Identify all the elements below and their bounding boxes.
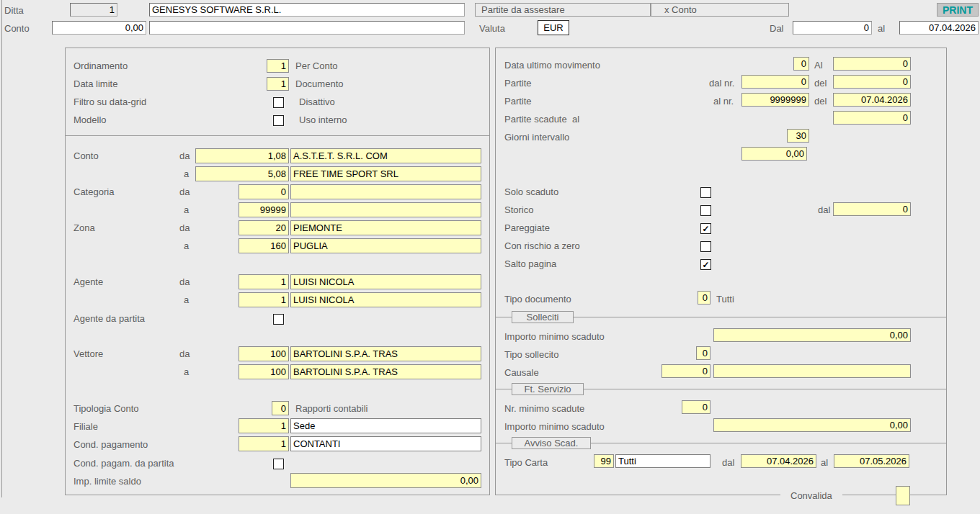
ft-importo-minimo-field[interactable]: 0,00 — [713, 418, 911, 432]
tipo-sollecito-field[interactable]: 0 — [696, 346, 710, 360]
dal-field[interactable]: 0 — [793, 21, 872, 35]
tipologia-conto-field[interactable]: 0 — [272, 401, 289, 415]
modello-label: Modello — [74, 114, 107, 125]
zona-range-label: Zona — [74, 222, 95, 233]
left-panel-divider — [65, 135, 490, 136]
conto-a-label: a — [184, 168, 189, 179]
tipo-carta-field[interactable]: 99 — [594, 454, 614, 468]
data-limite-label: Data limite — [74, 78, 117, 89]
vettore-da-name-field[interactable]: BARTOLINI S.P.A. TRAS — [290, 346, 481, 361]
zona-a-name-field[interactable]: PUGLIA — [290, 238, 481, 253]
ordinamento-field[interactable]: 1 — [267, 59, 289, 73]
zona-da-field[interactable]: 20 — [239, 220, 289, 235]
con-rischio-a-zero-label: Con rischio a zero — [504, 240, 580, 251]
conto-a-field[interactable]: 5,08 — [195, 166, 289, 181]
agente-a-label: a — [184, 294, 189, 305]
al-date-field[interactable]: 07.04.2026 — [899, 21, 979, 35]
categoria-da-name-field[interactable] — [290, 184, 481, 199]
ditta-name-field[interactable]: GENESYS SOFTWARE S.R.L. — [149, 3, 465, 17]
salto-pagina-checkbox[interactable]: ✓ — [700, 259, 711, 270]
valuta-label: Valuta — [479, 23, 505, 34]
solo-scaduto-checkbox[interactable] — [700, 187, 711, 198]
data-limite-desc: Documento — [295, 78, 343, 89]
data-ultimo-movimento-label: Data ultimo movimento — [504, 60, 600, 71]
vettore-a-label: a — [184, 366, 189, 377]
agente-da-field[interactable]: 1 — [239, 274, 289, 289]
tipo-documento-label: Tipo documento — [504, 294, 571, 305]
giorni-intervallo-field[interactable]: 30 — [787, 129, 809, 143]
conto-a-name-field[interactable]: FREE TIME SPORT SRL — [290, 166, 481, 181]
vettore-da-field[interactable]: 100 — [239, 346, 289, 361]
agente-a-field[interactable]: 1 — [239, 292, 289, 307]
partite-al-del-field[interactable]: 07.04.2026 — [833, 93, 911, 107]
ft-servizio-legend: Ft. Servizio — [512, 383, 584, 395]
cond-pagamento-field[interactable]: 1 — [239, 436, 289, 451]
causale-code-field[interactable]: 0 — [662, 364, 710, 378]
imp-limite-saldo-field[interactable]: 0,00 — [290, 473, 481, 488]
conto-code-field[interactable]: 0,00 — [52, 21, 146, 35]
cond-pagamento-name-field[interactable]: CONTANTI — [290, 436, 481, 451]
partite-al-nr-field[interactable]: 9999999 — [741, 93, 809, 107]
data-ultimo-movimento-al-field[interactable]: 0 — [833, 57, 911, 71]
agente-da-partita-label: Agente da partita — [74, 313, 145, 324]
conto-da-name-field[interactable]: A.S.T.E.T. S.R.L. COM — [290, 148, 481, 163]
storico-dal-field[interactable]: 0 — [833, 202, 911, 216]
causale-name-field[interactable] — [713, 364, 911, 378]
giorni-intervallo-label: Giorni intervallo — [504, 132, 569, 143]
agente-da-partita-checkbox[interactable] — [273, 314, 284, 325]
con-rischio-a-zero-checkbox[interactable] — [700, 241, 711, 252]
convalida-label: Convalida — [780, 486, 842, 505]
filtro-data-grid-label: Filtro su data-grid — [74, 96, 146, 107]
tipo-carta-name-field[interactable]: Tutti — [615, 454, 710, 468]
partite-scadute-field[interactable]: 0 — [833, 111, 911, 125]
tipologia-conto-desc: Rapporti contabili — [295, 403, 368, 414]
modello-checkbox[interactable] — [273, 115, 284, 126]
conto-da-field[interactable]: 1,08 — [195, 148, 289, 163]
salto-pagina-label: Salto pagina — [504, 258, 556, 269]
avviso-dal-label: dal — [722, 457, 734, 468]
zona-a-field[interactable]: 160 — [239, 238, 289, 253]
ordinamento-desc: Per Conto — [295, 60, 338, 71]
categoria-a-name-field[interactable] — [290, 202, 481, 217]
cond-pagam-da-partita-checkbox[interactable] — [273, 459, 284, 469]
agente-a-name-field[interactable]: LUISI NICOLA — [290, 292, 481, 307]
solleciti-importo-minimo-field[interactable]: 0,00 — [713, 328, 911, 342]
agente-da-name-field[interactable]: LUISI NICOLA — [290, 274, 481, 289]
conto-label: Conto — [4, 23, 30, 34]
ditta-code-field[interactable]: 1 — [70, 3, 117, 17]
categoria-a-field[interactable]: 99999 — [239, 202, 289, 217]
partite-dal-del-label: del — [814, 78, 827, 89]
vettore-a-name-field[interactable]: BARTOLINI S.P.A. TRAS — [290, 364, 481, 379]
filiale-label: Filiale — [74, 421, 98, 432]
agente-da-label: da — [179, 276, 190, 287]
nr-minimo-scadute-field[interactable]: 0 — [682, 400, 710, 414]
importo-intervallo-field[interactable]: 0,00 — [741, 147, 807, 161]
conto-name-field[interactable] — [149, 21, 465, 35]
conto-range-label: Conto — [74, 150, 99, 161]
partite-dal-nr-field[interactable]: 0 — [741, 75, 809, 89]
filiale-name-field[interactable]: Sede — [290, 418, 481, 433]
window-left-border — [1, 0, 2, 497]
categoria-da-field[interactable]: 0 — [239, 184, 289, 199]
filtro-data-grid-checkbox[interactable] — [273, 97, 284, 108]
vettore-a-field[interactable]: 100 — [239, 364, 289, 379]
storico-checkbox[interactable] — [700, 205, 711, 216]
print-button[interactable]: PRINT — [937, 3, 979, 17]
ordinamento-label: Ordinamento — [74, 60, 128, 71]
solleciti-legend: Solleciti — [512, 311, 574, 323]
convalida-field[interactable] — [896, 486, 910, 505]
zona-a-label: a — [184, 240, 189, 251]
tipo-documento-field[interactable]: 0 — [698, 291, 710, 305]
causale-label: Causale — [504, 367, 539, 378]
zona-da-name-field[interactable]: PIEMONTE — [290, 220, 481, 235]
avviso-al-field[interactable]: 07.05.2026 — [834, 454, 909, 468]
pareggiate-checkbox[interactable]: ✓ — [700, 223, 711, 234]
data-limite-field[interactable]: 1 — [267, 77, 289, 91]
data-ultimo-movimento-field[interactable]: 0 — [793, 57, 809, 71]
valuta-field[interactable]: EUR — [538, 20, 569, 35]
avviso-dal-field[interactable]: 07.04.2026 — [741, 454, 816, 468]
partite-dal-del-field[interactable]: 0 — [833, 75, 911, 89]
filiale-field[interactable]: 1 — [239, 418, 289, 433]
pareggiate-label: Pareggiate — [504, 222, 550, 233]
dal-label: Dal — [770, 23, 784, 34]
